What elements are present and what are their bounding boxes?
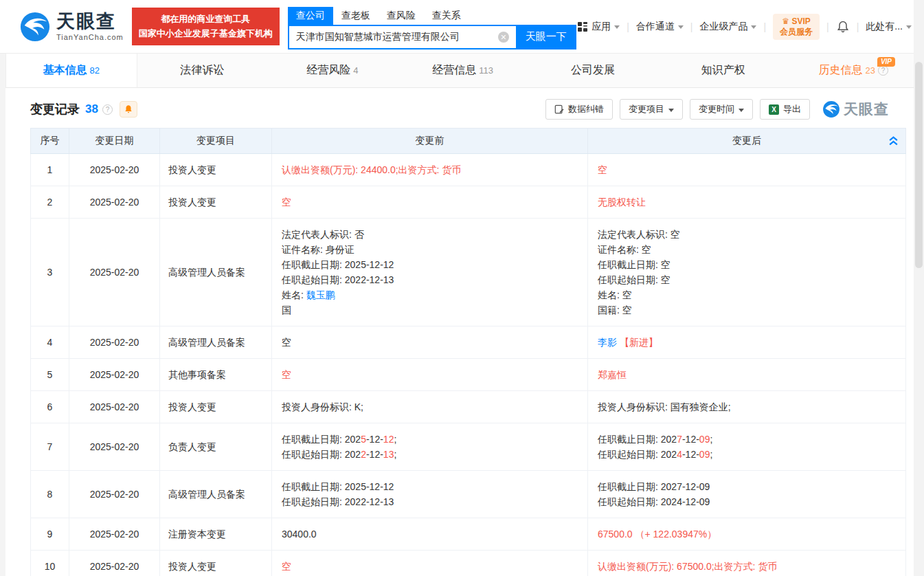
- tab-legal-proceedings[interactable]: 法律诉讼: [137, 54, 268, 87]
- cell-text: 投资人变更: [168, 197, 216, 208]
- cell-text: 2025-02-20: [90, 441, 139, 452]
- search-tab-company[interactable]: 查公司: [288, 7, 333, 25]
- changed-value-text: 郑嘉恒: [598, 369, 627, 380]
- notification-bell-icon[interactable]: [836, 20, 850, 34]
- row-after: 认缴出资额(万元): 67500.0;出资方式: 货币: [588, 551, 906, 576]
- search-tab-relation[interactable]: 查关系: [424, 7, 469, 25]
- cell-text: 任职起始日期: 2024-12-09: [598, 496, 710, 507]
- chevron-down-icon: [906, 25, 912, 29]
- scrollbar-thumb[interactable]: [915, 62, 923, 268]
- cell-text: 7: [47, 441, 53, 452]
- row-item: 其他事项备案: [160, 359, 272, 391]
- cell-text: 30400.0: [282, 529, 317, 540]
- scrollbar[interactable]: [914, 0, 924, 576]
- row-before: 30400.0: [272, 518, 588, 551]
- chevron-down-icon: [751, 25, 756, 29]
- row-item: 注册资本变更: [160, 518, 272, 551]
- search-tabs: 查公司 查老板 查风险 查关系: [288, 7, 576, 25]
- person-link[interactable]: 魏玉鹏: [306, 289, 335, 300]
- tab-label: 经营信息: [432, 63, 476, 78]
- vip-badge: VIP: [877, 57, 895, 67]
- menu-enterprise[interactable]: 企业级产品: [699, 21, 756, 33]
- changed-value-text: 2: [361, 449, 366, 460]
- cell-text: 法定代表人标识: 否: [282, 229, 364, 240]
- bell-icon: [124, 104, 133, 114]
- cell-text: 投资人身份标识: 国有独资企业;: [598, 401, 731, 412]
- cell-text: 任职起始日期: 2022-12-13: [282, 274, 394, 285]
- cell-text: 2025-02-20: [90, 369, 139, 380]
- menu-enterprise-label: 企业级产品: [699, 21, 747, 33]
- cell-text: 2025-02-20: [90, 529, 139, 540]
- changed-value-text: 7: [677, 434, 682, 445]
- top-menu: 应用 | 合作通道 | 企业级产品 | ♛ SVIP 会员服务 | | 此处有.…: [577, 14, 912, 40]
- menu-apps[interactable]: 应用: [577, 21, 620, 33]
- cell-text: 空: [282, 337, 291, 348]
- row-after: 无股权转让: [588, 186, 906, 219]
- cell-text: 任职截止日期: 2025-12-12: [282, 481, 394, 492]
- cell-text: 法定代表人标识: 空: [598, 229, 680, 240]
- chevron-down-icon: [678, 25, 684, 29]
- svip-member-badge[interactable]: ♛ SVIP 会员服务: [773, 14, 820, 40]
- chevron-down-icon: [668, 109, 674, 112]
- changed-value-text: 空: [598, 164, 607, 175]
- tab-label: 经营风险: [306, 63, 350, 78]
- row-date: 2025-02-20: [69, 551, 160, 576]
- search-input[interactable]: [288, 25, 516, 49]
- table-row: 12025-02-20投资人变更认缴出资额(万元): 24400.0;出资方式:…: [31, 154, 906, 186]
- row-after: 67500.0 （+ 122.03947%）: [588, 518, 906, 551]
- menu-account[interactable]: 此处有...: [866, 21, 912, 33]
- changed-value-text: 认缴出资额(万元): 67500.0;出资方式: 货币: [598, 561, 777, 572]
- data-correction-button[interactable]: 数据纠错: [545, 99, 613, 120]
- row-date: 2025-02-20: [69, 219, 160, 326]
- top-bar: 天眼查 TianYanCha.com 都在用的商业查询工具 国家中小企业发展子基…: [0, 0, 924, 54]
- cell-text: 5: [47, 369, 53, 380]
- cell-text: 高级管理人员备案: [168, 489, 245, 500]
- cell-text: 任职起始日期: 202: [282, 449, 361, 460]
- export-label: 导出: [783, 103, 801, 115]
- row-after: 空: [588, 154, 906, 186]
- col-header-date: 变更日期: [69, 129, 160, 154]
- chevron-down-icon: [614, 25, 620, 29]
- tab-business-risk[interactable]: 经营风险 4: [267, 54, 398, 87]
- search-tab-boss[interactable]: 查老板: [333, 7, 379, 25]
- menu-cooperation[interactable]: 合作通道: [636, 21, 684, 33]
- tab-business-info[interactable]: 经营信息 113: [398, 54, 528, 87]
- cell-text: -12-: [682, 449, 699, 460]
- section-count: 38: [85, 102, 98, 116]
- row-no: 3: [31, 219, 69, 326]
- export-button[interactable]: X 导出: [760, 99, 810, 120]
- changed-value-text: 13: [383, 449, 394, 460]
- tianyancha-logo[interactable]: 天眼查 TianYanCha.com: [19, 11, 124, 43]
- section-header: 变更记录 38 ? 数据纠错 变更项目 变更时间: [5, 88, 914, 128]
- promo-line-2: 国家中小企业发展子基金旗下机构: [139, 27, 273, 41]
- tab-label: 公司发展: [571, 63, 615, 78]
- filter-change-time-button[interactable]: 变更时间: [690, 99, 753, 120]
- clear-icon[interactable]: ✕: [498, 32, 509, 43]
- search-button[interactable]: 天眼一下: [516, 25, 576, 49]
- tab-count: 23: [866, 65, 875, 76]
- row-after: 李影 【新进】: [588, 326, 906, 359]
- tianyancha-watermark-icon: [822, 100, 840, 118]
- row-no: 10: [31, 551, 69, 576]
- excel-icon: X: [769, 104, 779, 115]
- search-tab-risk[interactable]: 查风险: [379, 7, 424, 25]
- tab-company-development[interactable]: 公司发展: [528, 54, 658, 87]
- filter-change-item-label: 变更项目: [629, 103, 664, 115]
- tab-basic-info[interactable]: 基本信息 82: [5, 54, 137, 87]
- tab-history-info[interactable]: VIP 历史信息 23 ?: [788, 54, 919, 87]
- cell-text: 高级管理人员备案: [168, 337, 245, 348]
- row-no: 9: [31, 518, 69, 551]
- tab-intellectual-property[interactable]: 知识产权: [658, 54, 789, 87]
- chevron-down-icon: [739, 109, 744, 112]
- changed-value-text: 空: [282, 561, 291, 572]
- help-icon[interactable]: ?: [878, 65, 888, 76]
- collapse-double-chevron-up-icon[interactable]: [888, 135, 899, 146]
- cell-text: 4: [47, 337, 53, 348]
- person-link[interactable]: 李影: [598, 337, 617, 348]
- filter-change-item-button[interactable]: 变更项目: [620, 99, 683, 120]
- help-icon[interactable]: ?: [102, 104, 113, 115]
- table-row: 42025-02-20高级管理人员备案空李影 【新进】: [31, 326, 906, 359]
- subscribe-bell-button[interactable]: [120, 101, 137, 118]
- table-header-row: 序号 变更日期 变更项目 变更前 变更后: [31, 129, 906, 154]
- row-no: 1: [31, 154, 69, 186]
